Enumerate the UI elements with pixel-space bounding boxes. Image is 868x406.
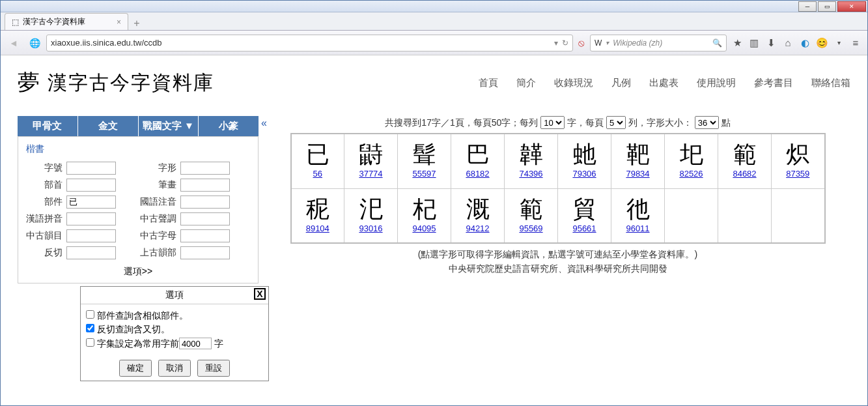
opt3-value[interactable] [179,338,212,349]
glyph-id-link[interactable]: 95569 [519,224,542,233]
glyph-char[interactable]: 韚 [506,143,556,166]
addon-icon[interactable]: ◐ [797,35,813,51]
nav-item[interactable]: 凡例 [611,77,631,89]
glyph-id-link[interactable]: 82526 [679,169,703,179]
input-guoyu[interactable] [180,196,230,209]
fontsize-select[interactable]: 36 [695,116,719,129]
glyph-cell[interactable] [665,188,718,243]
glyph-char[interactable]: 彵 [613,197,663,221]
glyph-char[interactable]: 炽 [773,143,823,166]
glyph-char[interactable]: 巴 [453,143,503,166]
opt1-checkbox[interactable] [86,310,94,319]
cancel-button[interactable]: 取消 [158,360,191,377]
glyph-char[interactable]: 圯 [666,143,716,166]
glyph-id-link[interactable]: 79834 [626,169,649,179]
glyph-char[interactable]: 靶 [613,143,663,166]
input-shanggu-yun[interactable] [180,246,230,259]
url-input[interactable] [51,38,550,48]
script-tab[interactable]: 甲骨文 [18,116,78,136]
glyph-cell[interactable]: 汜93016 [344,188,398,243]
menu-icon[interactable]: ≡ [848,35,863,51]
tab-close-icon[interactable]: × [117,18,121,27]
glyph-char[interactable]: 範 [506,197,556,221]
glyph-id-link[interactable]: 87359 [786,169,809,179]
close-button[interactable]: ✕ [837,1,866,12]
glyph-cell[interactable]: 已56 [291,134,344,188]
bookmark-icon[interactable]: ★ [729,35,745,51]
maximize-button[interactable]: ▭ [818,1,836,12]
url-bar[interactable]: ▾ ↻ [46,35,573,51]
script-tab[interactable]: 小篆 [199,116,259,136]
glyph-char[interactable]: 虵 [559,143,609,166]
glyph-cell[interactable]: 圯82526 [665,134,718,188]
glyph-char[interactable]: 秜 [293,197,343,221]
glyph-cell[interactable]: 杞94095 [398,188,451,243]
nav-item[interactable]: 首頁 [479,77,498,89]
glyph-id-link[interactable]: 93016 [359,224,382,233]
glyph-id-link[interactable]: 55597 [412,169,436,179]
site-logo[interactable]: 夢 漢字古今字資料庫 [18,68,214,98]
glyph-id-link[interactable]: 79306 [572,169,596,179]
glyph-cell[interactable]: 溉94212 [451,188,505,243]
options-close-icon[interactable]: X [254,288,266,300]
input-hanyu[interactable] [66,212,116,225]
rows-select[interactable]: 5 [606,116,626,129]
minimize-button[interactable]: ─ [798,1,817,12]
input-bujian[interactable] [66,196,116,209]
reset-button[interactable]: 重設 [197,360,230,377]
nav-item[interactable]: 簡介 [516,77,536,89]
addon-dropdown-icon[interactable]: ▾ [831,35,847,51]
glyph-id-link[interactable]: 95661 [572,224,596,233]
input-zhonggu-zimu[interactable] [180,229,230,242]
input-zhonggu-yun[interactable] [66,229,116,242]
library-icon[interactable]: ▥ [746,35,762,51]
back-button[interactable]: ◄ [5,34,23,52]
glyph-id-link[interactable]: 89104 [306,224,329,233]
glyph-id-link[interactable]: 74396 [519,169,542,179]
search-icon[interactable]: 🔍 [712,38,722,48]
glyph-cell[interactable]: 秜89104 [291,188,344,243]
dropdown-icon[interactable]: ▾ [554,38,558,48]
glyph-cell[interactable]: 鼭37774 [344,134,398,188]
nav-item[interactable]: 出處表 [649,77,679,89]
input-bihua[interactable] [180,179,230,192]
glyph-cell[interactable] [718,188,772,243]
glyph-cell[interactable]: 彵96011 [611,188,665,243]
glyph-id-link[interactable]: 94212 [466,224,489,233]
home-icon[interactable]: ⌂ [780,35,796,51]
script-tab[interactable]: 戰國文字 ▼ [139,116,199,136]
input-fanqie[interactable] [66,246,116,259]
glyph-cell[interactable]: 貿95661 [558,188,611,243]
opt3-checkbox[interactable] [86,338,94,347]
input-zhonggu-sheng[interactable] [180,212,230,225]
glyph-id-link[interactable]: 94095 [412,224,436,233]
per-row-select[interactable]: 10 [540,116,565,129]
glyph-id-link[interactable]: 37774 [359,169,382,179]
glyph-cell[interactable]: 虵79306 [558,134,611,188]
glyph-char[interactable]: 溉 [453,197,503,221]
nav-item[interactable]: 收錄現況 [554,77,593,89]
glyph-cell[interactable]: 髶55597 [398,134,451,188]
collapse-icon[interactable]: « [261,117,267,129]
input-zixing[interactable] [180,162,230,175]
glyph-cell[interactable]: 韚74396 [505,134,558,188]
glyph-char[interactable]: 鼭 [346,143,396,166]
glyph-cell[interactable]: 範95569 [505,188,558,243]
new-tab-button[interactable]: + [130,17,144,30]
glyph-id-link[interactable]: 96011 [626,224,649,233]
nav-item[interactable]: 聯絡信箱 [811,77,850,89]
glyph-char[interactable]: 杞 [399,197,449,221]
input-bushou[interactable] [66,179,116,192]
nav-item[interactable]: 使用說明 [697,77,736,89]
glyph-cell[interactable]: 炽87359 [772,134,825,188]
search-bar[interactable]: W ▾ Wikipedia (zh) 🔍 [590,35,727,51]
glyph-id-link[interactable]: 84682 [733,169,756,179]
glyph-cell[interactable]: 巴68182 [451,134,505,188]
glyph-cell[interactable]: 範84682 [718,134,772,188]
glyph-id-link[interactable]: 56 [313,169,322,179]
browser-tab[interactable]: ⬚ 漢字古今字資料庫 × [5,13,128,30]
glyph-char[interactable]: 已 [293,143,343,166]
ok-button[interactable]: 確定 [119,360,152,377]
script-tab[interactable]: 金文 [78,116,139,136]
glyph-char[interactable]: 範 [720,143,770,166]
